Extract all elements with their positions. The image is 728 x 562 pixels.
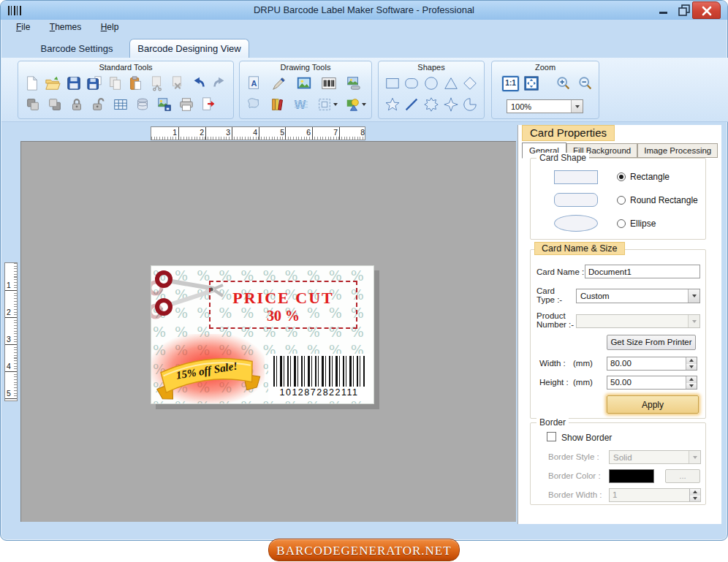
shape-pie-button[interactable] xyxy=(460,95,479,114)
shape-line-button[interactable] xyxy=(403,95,422,114)
radio-ellipse-icon[interactable] xyxy=(617,219,626,228)
zoom-in-button[interactable] xyxy=(555,74,573,93)
copy-icon xyxy=(107,75,124,91)
open-button[interactable] xyxy=(44,74,63,93)
card-name-size-group: Card Name & Size Card Name : Card Type :… xyxy=(530,249,706,419)
card-type-label: Card Type :- xyxy=(536,286,570,304)
frame-tool-button[interactable] xyxy=(316,95,338,114)
zoom-level-select[interactable]: 100% xyxy=(507,99,583,113)
height-up-icon[interactable] xyxy=(686,376,697,383)
border-width-value: 1 xyxy=(613,490,617,499)
database-icon xyxy=(134,96,151,113)
apply-button[interactable]: Apply xyxy=(607,395,699,414)
copy-button[interactable] xyxy=(106,74,125,93)
card-name-input[interactable] xyxy=(585,265,700,278)
database-button[interactable] xyxy=(132,95,152,114)
card-design[interactable]: % % % % % % % % % % % % % % % % % % % % … xyxy=(151,265,374,404)
export-image-button[interactable] xyxy=(154,95,174,114)
menu-themes[interactable]: Themes xyxy=(46,20,85,34)
radio-round-rectangle[interactable]: Round Rectangle xyxy=(617,195,698,205)
tab-barcode-settings[interactable]: Barcode Settings xyxy=(23,40,131,58)
image-export-tool-button[interactable] xyxy=(344,74,363,93)
radio-ellipse[interactable]: Ellipse xyxy=(617,219,656,229)
watermark-tool-button[interactable]: W xyxy=(292,95,311,114)
card-type-arrow-icon[interactable] xyxy=(688,289,699,303)
bring-front-button[interactable] xyxy=(23,95,42,114)
radio-rectangle[interactable]: Rectangle xyxy=(617,172,670,182)
ruler-mark: 5 xyxy=(7,389,11,398)
shape-triangle-button[interactable] xyxy=(441,74,460,93)
zoom-fit-button[interactable] xyxy=(523,74,541,93)
ruler-mark: 8 xyxy=(356,128,365,137)
barcodegenerator-badge[interactable]: BARCODEGENERATOR.NET xyxy=(268,539,460,561)
redo-button[interactable] xyxy=(211,74,230,93)
unlock-button[interactable] xyxy=(88,95,108,114)
height-down-icon[interactable] xyxy=(686,383,697,390)
send-back-button[interactable] xyxy=(45,95,64,114)
restore-button[interactable] xyxy=(677,3,691,18)
barcode-object[interactable]: 1012872822111 xyxy=(268,354,370,400)
zoom-out-button[interactable] xyxy=(576,74,594,93)
close-button[interactable] xyxy=(692,1,721,19)
undo-button[interactable] xyxy=(189,74,208,93)
shape-diamond-button[interactable] xyxy=(460,74,479,93)
border-color-swatch[interactable] xyxy=(609,469,654,483)
card-type-select[interactable]: Custom xyxy=(576,289,700,303)
horizontal-ruler: 1 2 3 4 5 6 7 8 xyxy=(151,126,365,140)
cut-button[interactable] xyxy=(148,74,167,93)
picture-tool-button[interactable] xyxy=(294,74,314,93)
save-button[interactable] xyxy=(64,74,83,93)
width-up-icon[interactable] xyxy=(686,357,697,364)
menu-help[interactable]: Help xyxy=(97,20,123,34)
width-down-icon[interactable] xyxy=(686,364,697,371)
get-size-from-printer-button[interactable]: Get Size From Printer xyxy=(607,335,696,350)
radio-round-rectangle-label: Round Rectangle xyxy=(630,195,698,205)
grid-button[interactable] xyxy=(110,95,130,114)
border-legend: Border xyxy=(536,417,569,428)
shape-sunburst-button[interactable] xyxy=(422,95,441,114)
export-image-icon xyxy=(156,96,172,113)
width-spin-arrows[interactable] xyxy=(686,357,697,370)
delete-button[interactable] xyxy=(169,74,188,93)
height-unit-label: (mm) xyxy=(573,378,593,387)
paste-button[interactable] xyxy=(127,74,146,93)
show-border-checkbox[interactable] xyxy=(547,432,556,441)
border-width-spin-arrows xyxy=(689,489,700,501)
shape-four-point-star-button[interactable] xyxy=(441,95,460,114)
pencil-tool-button[interactable] xyxy=(269,74,289,93)
restore-icon xyxy=(677,3,691,18)
group-title-drawing: Drawing Tools xyxy=(240,63,371,72)
new-document-button[interactable] xyxy=(23,74,42,93)
height-value: 50.00 xyxy=(610,378,632,387)
ellipse-preview xyxy=(554,215,598,232)
border-color-picker-button: ... xyxy=(665,469,700,483)
zoom-combo-arrow-icon[interactable] xyxy=(571,100,583,113)
width-stepper[interactable]: 80.00 xyxy=(607,357,697,371)
barcode-tool-button[interactable] xyxy=(319,74,338,93)
tab-barcode-designing-view[interactable]: Barcode Designing View xyxy=(129,39,249,58)
radio-round-rectangle-icon[interactable] xyxy=(617,196,626,205)
freeform-tool-button[interactable] xyxy=(244,95,263,114)
sale-ribbon[interactable]: 15% off Sale! xyxy=(153,346,262,404)
tab-image-processing[interactable]: Image Processing xyxy=(637,143,718,158)
shape-star-button[interactable] xyxy=(383,95,402,114)
text-tool-button[interactable]: A xyxy=(244,74,264,93)
exit-button[interactable] xyxy=(198,95,218,114)
menu-file[interactable]: File xyxy=(12,20,34,34)
height-stepper[interactable]: 50.00 xyxy=(607,376,697,390)
shape-rounded-rectangle-button[interactable] xyxy=(403,74,422,93)
radio-rectangle-icon[interactable] xyxy=(617,172,626,181)
coupon-dashed-box[interactable]: PRICE CUT 30 % xyxy=(209,281,357,329)
svg-text:A: A xyxy=(251,79,257,88)
lock-button[interactable] xyxy=(67,95,86,114)
shape-rectangle-button[interactable] xyxy=(383,74,402,93)
one-to-one-icon: 1:1 xyxy=(505,79,515,87)
zoom-actual-size-button[interactable]: 1:1 xyxy=(502,76,519,91)
shape-ellipse-button[interactable] xyxy=(422,74,441,93)
print-button[interactable] xyxy=(176,95,196,114)
save-all-button[interactable] xyxy=(86,74,105,93)
minimize-button[interactable] xyxy=(656,4,671,17)
height-spin-arrows[interactable] xyxy=(686,376,697,389)
library-tool-button[interactable] xyxy=(268,95,287,114)
shape-tool-button[interactable] xyxy=(344,95,367,114)
